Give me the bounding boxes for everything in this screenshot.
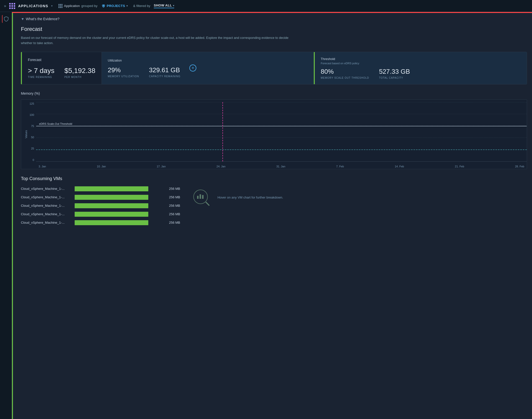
y-label-100: 100	[30, 113, 34, 116]
vm-bar	[75, 212, 148, 217]
vm-bar	[75, 195, 148, 200]
capacity-remaining-metric: 329.61 GB CAPACITY REMAINING	[149, 66, 181, 78]
threshold-subtitle: Forecast based on eDRS policy	[321, 62, 521, 65]
x-label-24jan: 24. Jan	[216, 165, 225, 168]
nav-grouped-by-label: grouped by	[81, 4, 98, 8]
y-label-75: 75	[31, 125, 34, 128]
top-consuming-vms-section: Top Consuming VMs Cloud_vSphere_Machine_…	[21, 176, 527, 229]
edrs-threshold-label: eDRS Scale-Out Threshold	[38, 122, 73, 125]
projects-icon	[102, 4, 106, 8]
vms-layout: Cloud_vSphere_Machine_1-... 256 MB Cloud…	[21, 186, 527, 229]
total-capacity-label: TOTAL CAPACITY	[379, 76, 410, 79]
svg-line-7	[206, 202, 209, 205]
x-label-10jan: 10. Jan	[97, 165, 106, 168]
vm-bar-container	[75, 186, 161, 191]
main-layout: ▼ What's the Evidence? Forecast Based on…	[0, 12, 532, 419]
capacity-remaining-label: CAPACITY REMAINING	[149, 75, 181, 78]
memory-util-label: MEMORY UTILIZATION	[108, 75, 139, 78]
forecast-card-right: Threshold Forecast based on eDRS policy …	[314, 52, 527, 84]
memory-util-value: 29%	[108, 66, 139, 74]
top-nav: » APPLICATIONS ▾ Application grouped by …	[0, 0, 532, 12]
chart-container[interactable]: Values 125 100 75 50 25 0	[21, 99, 527, 169]
show-all-caret: ▾	[173, 4, 174, 7]
grid-line-0	[36, 161, 527, 162]
forecast-card-title: Forecast	[28, 58, 96, 62]
x-label-17jan: 17. Jan	[157, 165, 166, 168]
nav-applications-title: APPLICATIONS	[18, 4, 48, 8]
vms-hint-area: Hover on any VM chart for further breakd…	[190, 186, 283, 209]
vm-row[interactable]: Cloud_vSphere_Machine_1-... 256 MB	[21, 220, 180, 225]
chart-title: Memory (%)	[21, 91, 527, 95]
total-capacity-metric: 527.33 GB TOTAL CAPACITY	[379, 68, 410, 79]
utilization-block: Utilization 29% MEMORY UTILIZATION 329.6…	[108, 59, 180, 78]
forecast-card: Forecast > 7 days TIME REMAINING $5,192.…	[21, 52, 527, 84]
total-capacity-value: 527.33 GB	[379, 68, 410, 75]
memory-chart-section: Memory (%) Values 125 100 75 50 25 0	[21, 91, 527, 169]
vm-row[interactable]: Cloud_vSphere_Machine_1-... 256 MB	[21, 195, 180, 200]
vm-name: Cloud_vSphere_Machine_1-...	[21, 187, 71, 191]
vm-row[interactable]: Cloud_vSphere_Machine_1-... 256 MB	[21, 212, 180, 217]
time-remaining-label: TIME REMAINING	[28, 76, 54, 78]
vm-value: 256 MB	[165, 221, 180, 224]
main-content: ▼ What's the Evidence? Forecast Based on…	[12, 12, 532, 419]
nav-show-all-button[interactable]: SHOW ALL ▾	[154, 3, 174, 8]
vm-bar	[75, 220, 148, 225]
sidebar	[0, 12, 12, 419]
evidence-header[interactable]: ▼ What's the Evidence?	[21, 17, 527, 21]
memory-scale-out-metric: 80% MEMORY SCALE OUT THRESHOLD	[321, 68, 369, 79]
util-metrics: 29% MEMORY UTILIZATION 329.61 GB CAPACIT…	[108, 66, 180, 78]
plus-circle-button[interactable]: +	[189, 65, 196, 71]
svg-rect-4	[197, 196, 199, 199]
sidebar-shield-icon[interactable]	[2, 15, 10, 23]
current-date-marker	[222, 102, 223, 161]
threshold-metrics: 80% MEMORY SCALE OUT THRESHOLD 527.33 GB…	[321, 68, 521, 79]
svg-rect-6	[202, 195, 204, 199]
utilization-label: Utilization	[108, 59, 180, 62]
vm-value: 256 MB	[165, 204, 180, 208]
content-inner: ▼ What's the Evidence? Forecast Based on…	[16, 13, 532, 233]
x-label-31jan: 31. Jan	[276, 165, 285, 168]
vm-row[interactable]: Cloud_vSphere_Machine_1-... 256 MB	[21, 203, 180, 208]
nav-filtered-by-label: & filtered by	[133, 4, 150, 8]
vm-bar-container	[75, 195, 161, 200]
vm-bar-container	[75, 203, 161, 208]
x-label-14feb: 14. Feb	[395, 165, 404, 168]
nav-apps-caret[interactable]: ▾	[51, 4, 53, 7]
nav-projects-button[interactable]: PROJECTS ▾	[100, 3, 130, 9]
svg-rect-5	[200, 194, 201, 199]
vms-title: Top Consuming VMs	[21, 176, 527, 181]
vm-value: 256 MB	[165, 212, 180, 216]
vm-value: 256 MB	[165, 195, 180, 199]
chart-y-axis: 125 100 75 50 25 0	[26, 102, 34, 161]
grid-line-125	[36, 102, 527, 102]
vms-hint-text: Hover on any VM chart for further breakd…	[217, 196, 283, 199]
time-remaining-value: > 7 days	[28, 67, 54, 75]
nav-expand-button[interactable]: »	[3, 3, 7, 9]
y-label-0: 0	[33, 158, 34, 161]
vm-row[interactable]: Cloud_vSphere_Machine_1-... 256 MB	[21, 186, 180, 191]
vm-name: Cloud_vSphere_Machine_1-...	[21, 221, 71, 224]
vm-bar	[75, 186, 148, 191]
magnifier-chart-icon	[190, 186, 213, 209]
x-label-28feb: 28. Feb	[515, 165, 524, 168]
vm-bar	[75, 203, 148, 208]
chart-x-axis: 3. Jan 10. Jan 17. Jan 24. Jan 31. Jan 7…	[36, 165, 527, 168]
apps-grid-icon	[9, 3, 15, 9]
memory-scale-out-value: 80%	[321, 68, 369, 75]
vm-value: 256 MB	[165, 187, 180, 191]
y-label-125: 125	[30, 102, 34, 105]
y-label-25: 25	[31, 147, 34, 150]
memory-scale-out-label: MEMORY SCALE OUT THRESHOLD	[321, 76, 369, 79]
vm-name: Cloud_vSphere_Machine_1-...	[21, 204, 71, 208]
capacity-remaining-value: 329.61 GB	[149, 66, 181, 74]
chart-data-line	[36, 149, 527, 150]
grid-line-100	[36, 114, 527, 114]
time-remaining-metric: > 7 days TIME REMAINING	[28, 67, 54, 78]
threshold-title: Threshold	[321, 57, 521, 61]
vm-bar-container	[75, 212, 161, 217]
vms-list: Cloud_vSphere_Machine_1-... 256 MB Cloud…	[21, 186, 180, 229]
vm-bar-container	[75, 220, 161, 225]
nav-grouped-by: Application grouped by	[58, 4, 98, 8]
evidence-header-text: What's the Evidence?	[26, 17, 59, 21]
forecast-description: Based on our forecast of memory demand o…	[21, 35, 295, 46]
